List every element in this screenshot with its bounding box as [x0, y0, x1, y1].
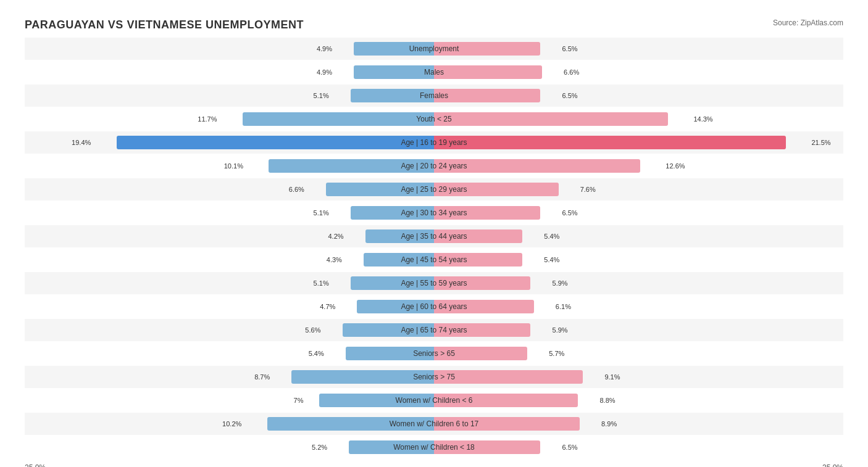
bar-left-container: 10.1%	[25, 155, 434, 177]
value-right: 6.1%	[554, 303, 571, 310]
bar-right-container: 5.7%	[434, 342, 843, 365]
chart-row: 5.1%Females6.5%	[25, 85, 843, 107]
value-left: 10.1%	[224, 162, 245, 170]
bar-left	[349, 440, 434, 454]
bar-left-container: 7%	[25, 389, 434, 411]
bar-left-container: 5.1%	[25, 85, 434, 107]
bar-left	[326, 183, 434, 196]
bar-left	[291, 370, 434, 384]
value-left: 5.1%	[314, 279, 331, 287]
bar-right-container: 12.6%	[434, 155, 843, 177]
chart-row: 5.6%Age | 65 to 74 years5.9%	[25, 319, 843, 341]
bar-right-container: 8.9%	[434, 413, 843, 435]
bar-left-container: 5.1%	[25, 202, 434, 224]
value-left: 7%	[294, 397, 306, 404]
bar-right-container: 5.9%	[434, 319, 843, 341]
value-left: 5.1%	[314, 209, 331, 217]
bar-left-container: 19.4%	[25, 131, 434, 154]
bar-right	[434, 347, 527, 360]
chart-row: 5.4%Seniors > 655.7%	[25, 342, 843, 365]
bar-right	[434, 183, 559, 196]
bar-left	[267, 417, 435, 431]
bar-left-container: 5.1%	[25, 272, 434, 294]
chart-header: PARAGUAYAN VS VIETNAMESE UNEMPLOYMENT So…	[25, 19, 843, 31]
bar-left	[354, 65, 434, 79]
bar-right	[434, 159, 640, 173]
chart-body: 4.9%Unemployment6.5%4.9%Males6.6%5.1%Fem…	[25, 38, 843, 458]
bar-right	[434, 300, 534, 313]
value-right: 5.4%	[542, 256, 559, 263]
value-right: 8.9%	[599, 420, 617, 428]
bar-left	[365, 229, 434, 243]
bar-left	[269, 159, 434, 173]
bar-left-container: 4.9%	[25, 61, 434, 83]
bar-right	[434, 323, 530, 337]
bar-left-container: 10.2%	[25, 413, 434, 435]
value-left: 4.2%	[328, 233, 345, 240]
value-right: 12.6%	[664, 162, 685, 170]
value-left: 5.2%	[312, 444, 329, 451]
bar-right	[434, 440, 540, 454]
bar-left	[351, 206, 434, 220]
bar-right	[434, 206, 540, 220]
chart-row: 7%Women w/ Children < 68.8%	[25, 389, 843, 411]
bar-left	[343, 323, 435, 337]
bar-right	[434, 253, 522, 267]
chart-row: 4.2%Age | 35 to 44 years5.4%	[25, 225, 843, 247]
bar-right	[434, 417, 580, 431]
chart-row: 8.7%Seniors > 759.1%	[25, 366, 843, 388]
chart-row: 5.2%Women w/ Children < 186.5%	[25, 436, 843, 458]
bar-right-container: 6.5%	[434, 85, 843, 107]
chart-row: 6.6%Age | 25 to 29 years7.6%	[25, 178, 843, 200]
value-right: 14.3%	[691, 115, 712, 123]
bar-right	[434, 229, 522, 243]
value-left: 4.9%	[317, 68, 334, 76]
bar-right	[434, 65, 542, 79]
bar-left	[346, 347, 434, 360]
value-right: 6.5%	[560, 444, 577, 451]
value-right: 5.9%	[551, 326, 568, 334]
value-right: 6.6%	[562, 68, 579, 76]
bar-right-container: 14.3%	[434, 108, 843, 130]
chart-source: Source: ZipAtlas.com	[773, 19, 843, 27]
bar-left-container: 5.4%	[25, 342, 434, 365]
axis-right: 25.0%	[822, 463, 843, 467]
bar-left-container: 5.2%	[25, 436, 434, 458]
bar-right-container: 21.5%	[434, 131, 843, 154]
value-right: 5.4%	[542, 233, 559, 240]
bar-right-container: 6.5%	[434, 202, 843, 224]
chart-row: 4.9%Males6.6%	[25, 61, 843, 83]
bar-right-container: 5.4%	[434, 225, 843, 247]
bar-left-container: 5.6%	[25, 319, 434, 341]
bar-left-container: 4.7%	[25, 295, 434, 318]
chart-row: 5.1%Age | 30 to 34 years6.5%	[25, 202, 843, 224]
chart-row: 5.1%Age | 55 to 59 years5.9%	[25, 272, 843, 294]
bar-right-container: 5.9%	[434, 272, 843, 294]
value-left: 8.7%	[254, 373, 272, 381]
bar-right-container: 6.5%	[434, 436, 843, 458]
value-right: 5.7%	[547, 350, 564, 357]
chart-row: 19.4%Age | 16 to 19 years21.5%	[25, 131, 843, 154]
bar-right-container: 7.6%	[434, 178, 843, 200]
value-left: 4.9%	[317, 45, 334, 52]
chart-container: PARAGUAYAN VS VIETNAMESE UNEMPLOYMENT So…	[12, 12, 856, 467]
chart-row: 11.7%Youth < 2514.3%	[25, 108, 843, 130]
bar-right-container: 6.5%	[434, 38, 843, 60]
chart-row: 10.2%Women w/ Children 6 to 178.9%	[25, 413, 843, 435]
value-left: 4.3%	[327, 256, 344, 263]
chart-title: PARAGUAYAN VS VIETNAMESE UNEMPLOYMENT	[25, 19, 304, 31]
bar-right	[434, 42, 540, 56]
bar-left-container: 11.7%	[25, 108, 434, 130]
value-right: 21.5%	[809, 139, 830, 146]
bar-right	[434, 136, 786, 149]
bar-right	[434, 112, 668, 126]
bar-left-container: 4.2%	[25, 225, 434, 247]
chart-row: 10.1%Age | 20 to 24 years12.6%	[25, 155, 843, 177]
bar-left-container: 8.7%	[25, 366, 434, 388]
value-right: 7.6%	[578, 186, 596, 193]
bar-left-container: 4.9%	[25, 38, 434, 60]
bar-right-container: 6.6%	[434, 61, 843, 83]
bar-right-container: 6.1%	[434, 295, 843, 318]
bar-left	[319, 394, 434, 407]
bar-right	[434, 370, 583, 384]
